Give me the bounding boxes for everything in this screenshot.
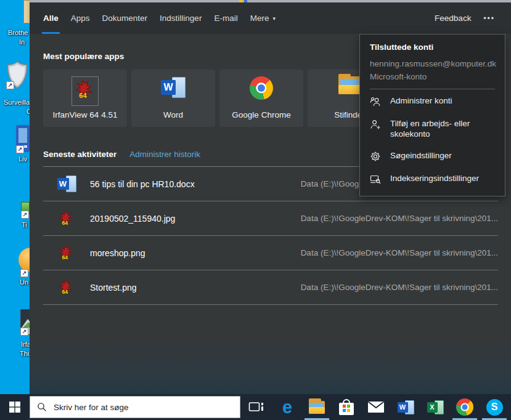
recent-item-moreshop[interactable]: 64 moreshop.png Data (E:)\!GoogleDrev-KO… [43, 236, 498, 270]
svg-text:64: 64 [62, 254, 68, 260]
taskbar-icon-edge[interactable]: e [272, 394, 302, 420]
svg-text:64: 64 [62, 288, 68, 294]
taskbar-icon-store[interactable] [332, 394, 361, 420]
gear-icon [370, 151, 381, 162]
search-icon [37, 402, 47, 412]
irfanview-icon: 64 [57, 244, 76, 262]
indexing-icon [370, 174, 381, 185]
menu-item-tilfoej-konto[interactable]: Tilføj en arbejds- eller skolekonto [370, 113, 495, 144]
app-tile-chrome[interactable]: Google Chrome [219, 70, 303, 127]
shortcut-arrow-icon: ↗ [20, 269, 28, 277]
desktop-icon-label: Ti [22, 221, 27, 228]
search-panel: Alle Apps Dokumenter Indstillinger E-mai… [30, 2, 511, 394]
tab-mere[interactable]: Mere ▾ [244, 2, 282, 34]
taskbar-icon-chrome[interactable] [450, 394, 480, 420]
connected-accounts-flyout: Tilsluttede konti henning.rasmussen@komp… [359, 34, 505, 196]
word-icon: W [161, 76, 186, 99]
task-view-button[interactable] [240, 394, 272, 420]
start-button[interactable] [0, 394, 30, 420]
mail-icon [368, 402, 384, 413]
file-explorer-icon [309, 401, 325, 414]
excel-icon: X [427, 400, 444, 415]
taskbar-search-box[interactable] [30, 396, 240, 418]
desktop-icon-label: Brothe [8, 29, 28, 36]
store-icon [339, 399, 354, 415]
irfanview-icon: 64 [72, 76, 99, 106]
start-icon [9, 402, 20, 413]
desktop-icon-label: Surveilla [4, 99, 30, 106]
menu-item-administrer-konti[interactable]: Administrer konti [370, 91, 495, 112]
manage-history-link[interactable]: Administrer historik [129, 150, 200, 159]
desktop-icon-label: In [19, 38, 25, 46]
recent-title: Seneste aktiviteter [43, 150, 117, 159]
account-type: Microsoft-konto [370, 72, 495, 81]
skype-icon: S [486, 399, 503, 416]
taskbar-icon-mail[interactable] [361, 394, 391, 420]
shortcut-arrow-icon: ↗ [20, 328, 28, 336]
chrome-icon [250, 76, 273, 100]
desktop-icon-label: Un [20, 278, 28, 286]
tab-dokumenter[interactable]: Dokumenter [96, 2, 154, 34]
shortcut-arrow-icon: ↗ [6, 81, 14, 89]
search-input[interactable] [54, 403, 233, 412]
ellipsis-icon[interactable]: ••• [480, 2, 499, 34]
taskbar-icon-skype[interactable]: S [480, 394, 509, 420]
taskbar-icon-word[interactable]: W [391, 394, 420, 420]
person-add-icon [370, 119, 381, 130]
desktop-icon-label: Liv [18, 155, 27, 163]
word-icon: W [57, 175, 76, 193]
folder-icon [338, 76, 361, 94]
screen: { "desktop": { "shortcut_arrow": "↗", "i… [0, 0, 511, 420]
tab-apps[interactable]: Apps [65, 2, 96, 34]
menu-item-indekseringsindstillinger[interactable]: Indekseringsindstillinger [370, 168, 495, 190]
svg-text:64: 64 [79, 92, 87, 99]
taskbar-icon-file-explorer[interactable] [302, 394, 332, 420]
feedback-button[interactable]: Feedback [426, 2, 480, 34]
svg-text:64: 64 [62, 219, 68, 225]
caret-down-icon: ▾ [272, 15, 276, 22]
account-email: henning.rasmussen@komputer.dk [370, 59, 495, 68]
people-icon [370, 96, 381, 107]
search-tabbar: Alle Apps Dokumenter Indstillinger E-mai… [30, 2, 511, 34]
irfanview-icon: 64 [57, 279, 76, 296]
taskbar: e W X S [0, 394, 511, 420]
app-tile-word[interactable]: W Word [131, 70, 215, 127]
app-window-icon [18, 128, 27, 143]
tab-email[interactable]: E-mail [208, 2, 243, 34]
irfanview-icon: 64 [57, 210, 76, 227]
recent-item-stortest[interactable]: 64 Stortest.png Data (E:)\!GoogleDrev-KO… [43, 270, 498, 305]
menu-item-soegeindstillinger[interactable]: Søgeindstillinger [370, 145, 495, 167]
chrome-icon [456, 398, 473, 416]
tab-indstillinger[interactable]: Indstillinger [153, 2, 208, 34]
taskbar-icon-excel[interactable]: X [420, 394, 450, 420]
edge-icon: e [282, 398, 292, 416]
task-view-icon [248, 400, 264, 414]
flyout-title: Tilsluttede konti [370, 42, 495, 52]
recent-item-jpg[interactable]: 64 20190502_115940.jpg Data (E:)\!Google… [43, 201, 498, 236]
tab-alle[interactable]: Alle [37, 2, 65, 34]
word-icon: W [398, 400, 414, 415]
shortcut-arrow-icon: ↗ [21, 211, 29, 219]
app-tile-irfanview[interactable]: 64 IrfanView 64 4.51 [43, 70, 127, 127]
divider [370, 89, 495, 89]
shortcut-arrow-icon: ↗ [16, 145, 24, 153]
